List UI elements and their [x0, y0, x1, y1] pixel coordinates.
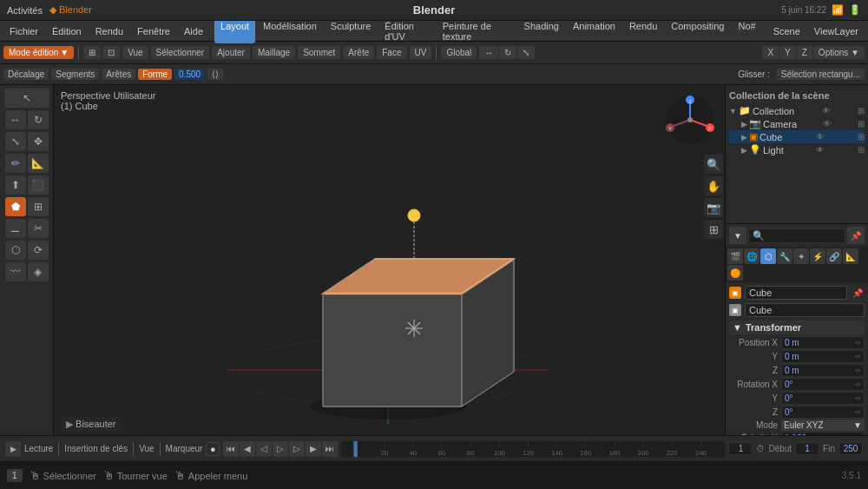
tl-marker-label[interactable]: Marqueur [166, 444, 203, 453]
tool-extrude[interactable]: ⬆ [5, 175, 26, 195]
tool-spin[interactable]: ⟳ [28, 241, 49, 260]
tl-play-pause[interactable]: ▷ [273, 441, 288, 457]
prop-tab-constraints[interactable]: 🔗 [826, 248, 842, 264]
tb-edge[interactable]: Arête [343, 46, 374, 59]
object-name-pin[interactable]: 📌 [851, 286, 865, 300]
tl-next-key[interactable]: ▶ [306, 441, 321, 457]
tool-poly[interactable]: ⬡ [5, 241, 26, 260]
tl-play-btn[interactable]: ▶ [5, 441, 21, 457]
light-render[interactable]: ⊞ [858, 145, 865, 155]
position-x-field[interactable]: 0 m ⇔ [781, 336, 865, 349]
cube-render[interactable]: ⊞ [858, 132, 865, 142]
tl-end-frame[interactable]: 250 [838, 442, 863, 455]
prop-tab-modifier[interactable]: 🔧 [777, 248, 792, 264]
expand-icon[interactable]: ⟨⟩ [207, 69, 223, 80]
tb-right-1[interactable]: X [762, 46, 779, 59]
tl-jump-start[interactable]: ⏮ [223, 441, 239, 457]
props-filter-icon[interactable]: ▼ [729, 227, 746, 244]
tb-move[interactable]: ↔ [479, 46, 498, 59]
ws-animation[interactable]: Animation [567, 19, 621, 43]
tl-current-frame[interactable]: 1 [728, 442, 753, 455]
ws-compositing[interactable]: Compositing [665, 19, 730, 43]
ws-texture[interactable]: Peinture de texture [437, 19, 516, 43]
prop-tab-object[interactable]: ⬡ [760, 248, 776, 264]
tool-cursor[interactable]: ↖ [4, 89, 49, 108]
prop-tab-world[interactable]: 🌐 [744, 248, 760, 264]
blender-icon-label[interactable]: ◆ Blender [49, 4, 92, 16]
segments-selector[interactable]: Segments [51, 69, 99, 80]
prop-tab-physics[interactable]: ⚡ [810, 248, 825, 264]
tool-shrink[interactable]: ◈ [28, 262, 49, 281]
forme-value[interactable]: 0.500 [174, 69, 205, 80]
camera-visibility[interactable]: 👁 [823, 119, 832, 129]
tool-knife[interactable]: ⚊ [5, 219, 26, 238]
tool-bisect[interactable]: ✂ [28, 219, 49, 238]
tree-item-light[interactable]: ▶ 💡 Light 👁 ⊞ [729, 143, 865, 156]
ws-modelisation[interactable]: Modélisation [257, 19, 323, 43]
tool-bevel[interactable]: ⬟ [5, 197, 26, 216]
ws-sculpture[interactable]: Sculpture [325, 19, 377, 43]
rotation-mode-select[interactable]: Euler XYZ ▼ [781, 420, 865, 431]
tb-global[interactable]: Global [441, 46, 477, 59]
tool-inset[interactable]: ⬛ [28, 175, 49, 195]
menu-rendu[interactable]: Rendu [89, 24, 129, 38]
vp-camera[interactable]: 📷 [704, 198, 723, 217]
prop-tab-data[interactable]: 📐 [843, 248, 858, 264]
tb-rotate[interactable]: ↻ [499, 46, 516, 59]
menu-edition[interactable]: Édition [46, 24, 88, 38]
timeline-scrubber[interactable]: 1 20 40 60 80 100 120 140 160 180 [341, 441, 725, 457]
tb-scale[interactable]: ⤡ [517, 46, 535, 59]
light-visibility[interactable]: 👁 [816, 145, 825, 155]
tl-start-frame[interactable]: 1 [795, 442, 819, 455]
tb-add[interactable]: Ajouter [212, 46, 250, 59]
transformer-header[interactable]: ▼ Transformer [729, 320, 865, 334]
collection-visibility[interactable]: 👁 [822, 106, 831, 116]
tl-jump-end[interactable]: ⏭ [322, 441, 338, 457]
forme-button[interactable]: Forme [138, 69, 172, 80]
tl-play-label[interactable]: Lecture [24, 444, 53, 453]
mode-selector[interactable]: Mode édition ▼ [3, 46, 74, 59]
ws-uv[interactable]: Édition d'UV [378, 19, 434, 43]
tool-measure[interactable]: 📐 [28, 154, 49, 173]
props-pin-icon[interactable]: 📌 [847, 227, 865, 244]
tool-scale2[interactable]: ⤡ [5, 132, 26, 151]
menu-fichier[interactable]: Fichier [3, 24, 44, 38]
tb-uv[interactable]: UV [410, 46, 432, 59]
orientation-gizmo[interactable]: Z X Y [664, 94, 716, 146]
activities-label[interactable]: Activités [7, 5, 43, 16]
tl-prev-key[interactable]: ◀ [240, 441, 255, 457]
tool-smooth[interactable]: 〰 [5, 262, 26, 281]
vp-grid[interactable]: ⊞ [704, 220, 723, 239]
vp-pan[interactable]: ✋ [704, 176, 723, 195]
tree-item-cube[interactable]: ▶ ▣ Cube 👁 ⊞ [729, 130, 865, 143]
camera-render[interactable]: ⊞ [858, 119, 865, 129]
tb-vertex[interactable]: Sommet [298, 46, 340, 59]
tb-options[interactable]: Options ▼ [813, 46, 865, 59]
object-name-field[interactable]: Cube [745, 286, 847, 300]
mesh-name-field[interactable]: Cube [745, 303, 865, 317]
tree-item-collection[interactable]: ▼ 📁 Collection 👁 ⊞ [729, 104, 865, 117]
menu-fenetre[interactable]: Fenêtre [131, 24, 176, 38]
position-y-field[interactable]: 0 m ⇔ [781, 350, 865, 363]
aretes-selector[interactable]: Arêtes [102, 69, 135, 80]
tl-record[interactable]: ● [206, 442, 220, 456]
prop-tab-scene[interactable]: 🎬 [727, 248, 743, 264]
tb-select[interactable]: Sélectionner [151, 46, 210, 59]
ws-shading[interactable]: Shading [518, 19, 565, 43]
tool-transform[interactable]: ✥ [28, 132, 49, 151]
prop-tab-material[interactable]: 🟠 [727, 265, 743, 281]
rotation-x-field[interactable]: 0° ⇔ [781, 378, 865, 391]
tl-next-frame[interactable]: ▷ [289, 441, 305, 457]
tl-prev-frame[interactable]: ◁ [256, 441, 272, 457]
ws-rendu[interactable]: Rendu [623, 19, 663, 43]
props-search-field[interactable]: 🔍 [748, 228, 845, 243]
tool-annotate[interactable]: ✏ [5, 154, 26, 173]
viewport-3d[interactable]: Perspective Utilisateur (1) Cube [54, 85, 725, 435]
tb-view[interactable]: Vue [122, 46, 148, 59]
cube-visibility[interactable]: 👁 [816, 132, 825, 142]
tb-right-2[interactable]: Y [779, 46, 796, 59]
tb-icon-2[interactable]: ⊡ [102, 46, 120, 59]
scale-x-field[interactable]: 1.000 ⇔ [781, 432, 865, 435]
rotation-y-field[interactable]: 0° ⇔ [781, 392, 865, 405]
collection-render[interactable]: ⊞ [858, 106, 865, 116]
